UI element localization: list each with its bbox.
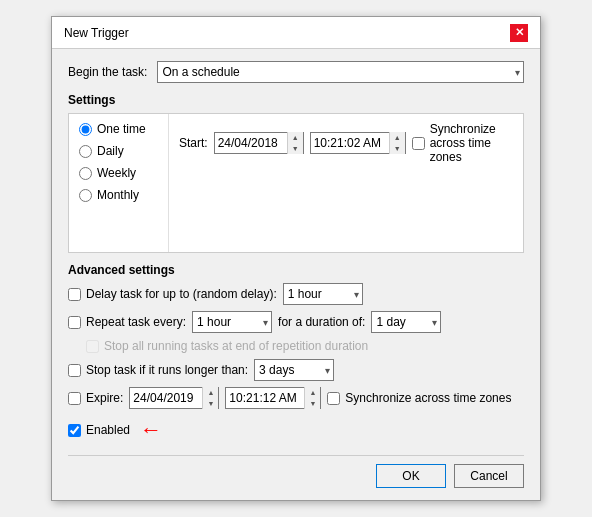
expire-date-input: ▲ ▼ bbox=[129, 387, 219, 409]
sync-timezone-text: Synchronize across time zones bbox=[430, 122, 513, 164]
expire-time-spin: ▲ ▼ bbox=[304, 387, 320, 409]
repeat-label-text: Repeat task every: bbox=[86, 315, 186, 329]
new-trigger-dialog: New Trigger ✕ Begin the task: On a sched… bbox=[51, 16, 541, 501]
repeat-checkbox[interactable] bbox=[68, 316, 81, 329]
repeat-checkbox-label[interactable]: Repeat task every: bbox=[68, 315, 186, 329]
ok-button[interactable]: OK bbox=[376, 464, 446, 488]
stop-if-runs-checkbox[interactable] bbox=[68, 364, 81, 377]
start-time-spin-up[interactable]: ▲ bbox=[390, 132, 405, 143]
begin-task-select-wrapper: On a schedule At log on At startup On id… bbox=[157, 61, 524, 83]
stop-if-runs-select-wrapper: 3 days 1 hour 1 day bbox=[254, 359, 334, 381]
radio-weekly-input[interactable] bbox=[79, 167, 92, 180]
expire-time-spin-down[interactable]: ▼ bbox=[305, 398, 320, 409]
start-date-spin: ▲ ▼ bbox=[287, 132, 303, 154]
stop-running-row: Stop all running tasks at end of repetit… bbox=[68, 339, 524, 353]
begin-task-select[interactable]: On a schedule At log on At startup On id… bbox=[157, 61, 524, 83]
delay-select-wrapper: 1 hour 30 minutes 2 hours bbox=[283, 283, 363, 305]
expire-sync-label[interactable]: Synchronize across time zones bbox=[327, 391, 511, 405]
radio-monthly-input[interactable] bbox=[79, 189, 92, 202]
delay-label-text: Delay task for up to (random delay): bbox=[86, 287, 277, 301]
radio-daily-input[interactable] bbox=[79, 145, 92, 158]
stop-if-runs-select[interactable]: 3 days 1 hour 1 day bbox=[254, 359, 334, 381]
dialog-body: Begin the task: On a schedule At log on … bbox=[52, 49, 540, 500]
repeat-select-wrapper: 1 hour 5 minutes 30 minutes bbox=[192, 311, 272, 333]
duration-label: for a duration of: bbox=[278, 315, 365, 329]
settings-section-label: Settings bbox=[68, 93, 524, 107]
delay-select[interactable]: 1 hour 30 minutes 2 hours bbox=[283, 283, 363, 305]
expire-sync-text: Synchronize across time zones bbox=[345, 391, 511, 405]
start-label: Start: bbox=[179, 136, 208, 150]
expire-label-text: Expire: bbox=[86, 391, 123, 405]
radio-daily-label: Daily bbox=[97, 144, 124, 158]
radio-onetime-label: One time bbox=[97, 122, 146, 136]
start-time-field[interactable] bbox=[311, 133, 389, 153]
start-date-spin-up[interactable]: ▲ bbox=[288, 132, 303, 143]
settings-right-panel: Start: ▲ ▼ ▲ ▼ bbox=[169, 114, 523, 252]
repeat-select[interactable]: 1 hour 5 minutes 30 minutes bbox=[192, 311, 272, 333]
close-button[interactable]: ✕ bbox=[510, 24, 528, 42]
radio-weekly-label: Weekly bbox=[97, 166, 136, 180]
radio-monthly-label: Monthly bbox=[97, 188, 139, 202]
sync-timezone-checkbox[interactable] bbox=[412, 137, 425, 150]
advanced-section-label: Advanced settings bbox=[68, 263, 524, 277]
duration-select[interactable]: 1 day 15 minutes 1 hour Indefinitely bbox=[371, 311, 441, 333]
red-arrow-icon: ← bbox=[140, 417, 162, 443]
start-date-input: ▲ ▼ bbox=[214, 132, 304, 154]
start-time-spin-down[interactable]: ▼ bbox=[390, 143, 405, 154]
radio-onetime-input[interactable] bbox=[79, 123, 92, 136]
radio-weekly[interactable]: Weekly bbox=[79, 166, 158, 180]
stop-running-label: Stop all running tasks at end of repetit… bbox=[104, 339, 368, 353]
advanced-section: Delay task for up to (random delay): 1 h… bbox=[68, 283, 524, 443]
expire-checkbox[interactable] bbox=[68, 392, 81, 405]
radio-monthly[interactable]: Monthly bbox=[79, 188, 158, 202]
radio-onetime[interactable]: One time bbox=[79, 122, 158, 136]
expire-checkbox-label[interactable]: Expire: bbox=[68, 391, 123, 405]
settings-radio-column: One time Daily Weekly Monthly bbox=[69, 114, 169, 252]
radio-daily[interactable]: Daily bbox=[79, 144, 158, 158]
enabled-label-text: Enabled bbox=[86, 423, 130, 437]
sync-timezone-label[interactable]: Synchronize across time zones bbox=[412, 122, 513, 164]
stop-running-checkbox[interactable] bbox=[86, 340, 99, 353]
expire-time-field[interactable] bbox=[226, 388, 304, 408]
start-time-spin: ▲ ▼ bbox=[389, 132, 405, 154]
start-row: Start: ▲ ▼ ▲ ▼ bbox=[179, 122, 513, 164]
settings-box: One time Daily Weekly Monthly Star bbox=[68, 113, 524, 253]
stop-if-runs-label[interactable]: Stop task if it runs longer than: bbox=[68, 363, 248, 377]
buttons-row: OK Cancel bbox=[68, 455, 524, 488]
expire-date-field[interactable] bbox=[130, 388, 202, 408]
expire-time-input: ▲ ▼ bbox=[225, 387, 321, 409]
enabled-checkbox[interactable] bbox=[68, 424, 81, 437]
title-bar: New Trigger ✕ bbox=[52, 17, 540, 49]
begin-task-label: Begin the task: bbox=[68, 65, 147, 79]
expire-time-spin-up[interactable]: ▲ bbox=[305, 387, 320, 398]
stop-if-runs-row: Stop task if it runs longer than: 3 days… bbox=[68, 359, 524, 381]
delay-checkbox-label[interactable]: Delay task for up to (random delay): bbox=[68, 287, 277, 301]
enabled-checkbox-label[interactable]: Enabled bbox=[68, 423, 130, 437]
duration-select-wrapper: 1 day 15 minutes 1 hour Indefinitely bbox=[371, 311, 441, 333]
dialog-title: New Trigger bbox=[64, 26, 129, 40]
expire-sync-checkbox[interactable] bbox=[327, 392, 340, 405]
expire-date-spin-up[interactable]: ▲ bbox=[203, 387, 218, 398]
begin-task-row: Begin the task: On a schedule At log on … bbox=[68, 61, 524, 83]
stop-if-runs-text: Stop task if it runs longer than: bbox=[86, 363, 248, 377]
enabled-row: Enabled ← bbox=[68, 417, 524, 443]
repeat-row: Repeat task every: 1 hour 5 minutes 30 m… bbox=[68, 311, 524, 333]
expire-date-spin-down[interactable]: ▼ bbox=[203, 398, 218, 409]
start-date-spin-down[interactable]: ▼ bbox=[288, 143, 303, 154]
cancel-button[interactable]: Cancel bbox=[454, 464, 524, 488]
expire-date-spin: ▲ ▼ bbox=[202, 387, 218, 409]
expire-row: Expire: ▲ ▼ ▲ ▼ bbox=[68, 387, 524, 409]
start-time-input: ▲ ▼ bbox=[310, 132, 406, 154]
start-date-field[interactable] bbox=[215, 133, 287, 153]
delay-row: Delay task for up to (random delay): 1 h… bbox=[68, 283, 524, 305]
delay-checkbox[interactable] bbox=[68, 288, 81, 301]
